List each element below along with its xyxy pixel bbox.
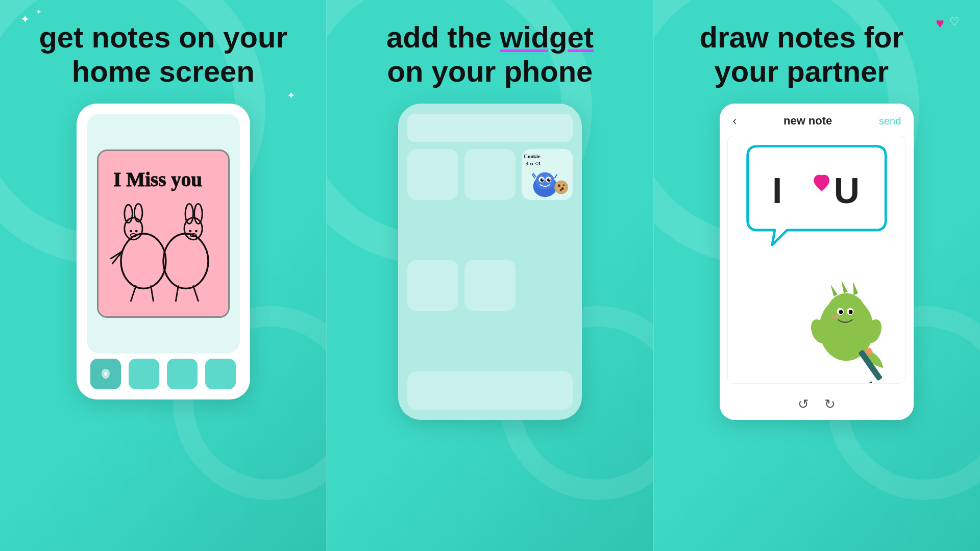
svg-point-37 [558,185,560,187]
note-canvas[interactable]: I U [727,136,906,384]
dock-icon-2 [129,359,159,389]
panel-2-title: add the widgeton your phone [386,20,594,88]
panel-3-title: draw notes for your partner [700,20,904,88]
svg-marker-56 [867,382,877,384]
dock-icon-3 [167,359,198,389]
note-header: ‹ new note send [720,104,914,133]
svg-point-14 [189,230,191,233]
note-card-1: I Miss you [97,149,230,318]
svg-point-10 [163,234,208,288]
panel-1-title-line1: get notes on your [39,20,287,54]
note-drawing: I U [728,136,905,383]
undo-button[interactable]: ↺ [798,396,809,412]
home-icon-4 [464,260,516,311]
svg-line-18 [131,286,136,301]
svg-point-13 [194,204,202,224]
redo-button[interactable]: ↻ [824,396,836,412]
svg-text:Cookie: Cookie [524,154,541,160]
svg-point-15 [195,230,198,233]
panel-2: add the widgeton your phone Cookie 4 u <… [326,0,653,551]
home-icon-3 [407,260,458,311]
phone-dock-1 [87,354,240,389]
svg-marker-45 [830,285,838,297]
svg-point-40 [563,185,565,186]
svg-line-19 [151,286,153,301]
svg-point-1 [121,234,166,288]
svg-marker-46 [842,281,848,293]
svg-line-34 [555,174,557,178]
heart-decorations: ♥ ♡ [936,15,960,32]
phone-mockup-1: I Miss you [77,104,250,399]
svg-point-52 [832,315,839,319]
home-icon-1 [407,149,458,200]
home-grid: Cookie 4 u <3 [407,149,573,364]
dock-icon-app [90,359,121,389]
svg-line-20 [176,286,178,301]
svg-text:I Miss you: I Miss you [113,169,202,191]
panel-3: ♥ ♡ draw notes for your partner ‹ new no… [654,0,980,551]
panel-1-title-line2: home screen [72,55,255,88]
phone-mockup-3: ‹ new note send I U [720,104,914,420]
sparkle-1: ✦ [20,13,30,26]
note-tools: ↺ ↻ [720,389,914,420]
miss-you-drawing: I Miss you [99,149,228,318]
panel-1: ✦ ✦ ✦ get notes on your home screen I Mi… [0,0,326,551]
sparkle-3: ✦ [287,89,296,102]
sparkle-2: ✦ [36,8,42,16]
widget-drawing: Cookie 4 u <3 [522,149,573,200]
svg-point-31 [549,179,551,180]
svg-line-21 [193,286,198,301]
home-search-bar [407,114,573,142]
svg-point-30 [542,179,544,180]
svg-point-38 [561,187,564,190]
phone-mockup-2: Cookie 4 u <3 [398,104,582,420]
svg-point-51 [849,310,853,314]
svg-text:4 u <3: 4 u <3 [526,160,541,166]
svg-point-5 [130,230,132,233]
svg-point-44 [827,293,866,335]
svg-marker-47 [853,282,859,295]
send-button[interactable]: send [879,115,901,127]
dock-icon-4 [205,359,236,389]
svg-point-36 [555,182,567,193]
note-header-title: new note [783,114,832,128]
back-button[interactable]: ‹ [732,114,737,128]
svg-text:I: I [772,171,786,211]
panel-2-title-phone: on your phone [387,55,593,88]
phone-screen-1: I Miss you [87,114,240,354]
svg-point-50 [839,310,843,314]
svg-point-39 [560,189,562,191]
home-bottom-dock [407,371,573,410]
svg-text:U: U [834,171,860,211]
panel-3-title-line1: draw notes for [700,20,904,54]
panel-2-title-widget: widget [500,20,594,54]
panel-2-title-add: add the [386,20,500,54]
panel-3-title-line2: your partner [715,55,889,88]
svg-point-6 [135,230,137,233]
widget-spot: Cookie 4 u <3 [522,149,573,200]
panel-1-title: get notes on your home screen [39,20,287,88]
home-icon-2 [464,149,516,200]
svg-point-12 [185,204,193,224]
